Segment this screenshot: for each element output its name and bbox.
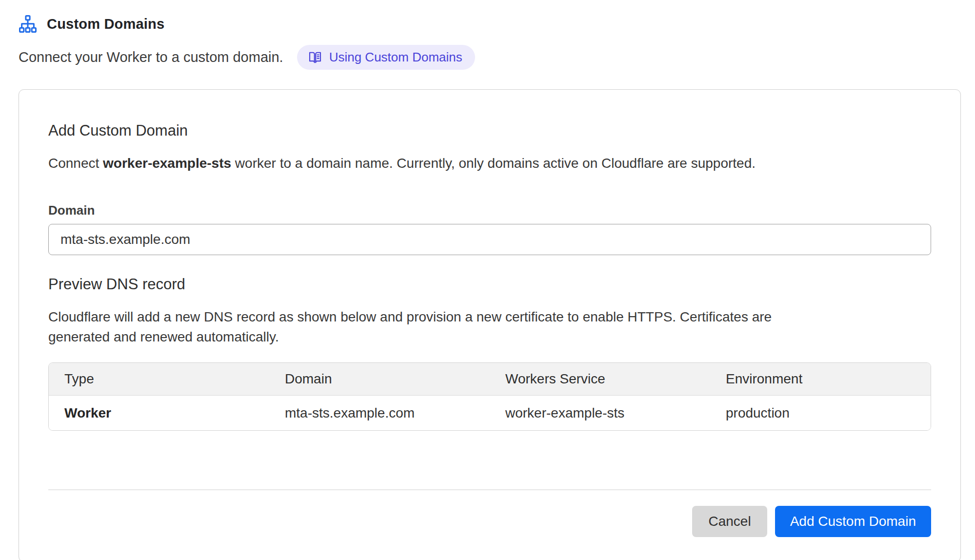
add-custom-domain-button[interactable]: Add Custom Domain (775, 506, 931, 537)
cell-workers-service: worker-example-sts (490, 396, 710, 430)
table-header-row: Type Domain Workers Service Environment (49, 363, 931, 396)
column-header-environment: Environment (710, 363, 931, 396)
column-header-type: Type (49, 363, 269, 396)
custom-domains-page: Custom Domains Connect your Worker to a … (0, 0, 975, 560)
intro-prefix: Connect (48, 156, 103, 171)
footer-divider (48, 489, 931, 490)
card-heading: Add Custom Domain (48, 122, 931, 140)
page-subtitle: Connect your Worker to a custom domain. (19, 49, 283, 65)
intro-text: Connect worker-example-sts worker to a d… (48, 154, 931, 173)
page-header: Custom Domains (19, 15, 961, 33)
cell-domain: mta-sts.example.com (269, 396, 490, 430)
docs-link-using-custom-domains[interactable]: Using Custom Domains (297, 45, 475, 70)
cancel-button[interactable]: Cancel (692, 506, 767, 537)
page-title: Custom Domains (47, 16, 164, 32)
cell-type: Worker (49, 396, 269, 430)
page-subtitle-row: Connect your Worker to a custom domain. … (19, 45, 961, 70)
domain-field-label: Domain (48, 203, 931, 218)
preview-dns-heading: Preview DNS record (48, 276, 931, 293)
dns-preview-table: Type Domain Workers Service Environment … (48, 362, 931, 431)
hierarchy-icon (19, 15, 37, 33)
cell-environment: production (710, 396, 931, 430)
column-header-domain: Domain (269, 363, 490, 396)
intro-suffix: worker to a domain name. Currently, only… (231, 156, 756, 171)
table-row: Worker mta-sts.example.com worker-exampl… (49, 396, 931, 430)
column-header-workers-service: Workers Service (490, 363, 710, 396)
add-custom-domain-card: Add Custom Domain Connect worker-example… (19, 89, 961, 560)
open-book-icon (308, 50, 322, 65)
worker-name: worker-example-sts (103, 156, 231, 171)
domain-input[interactable] (48, 224, 931, 255)
docs-link-label: Using Custom Domains (329, 50, 462, 65)
preview-dns-description: Cloudflare will add a new DNS record as … (48, 307, 775, 347)
footer-actions: Cancel Add Custom Domain (48, 506, 931, 537)
